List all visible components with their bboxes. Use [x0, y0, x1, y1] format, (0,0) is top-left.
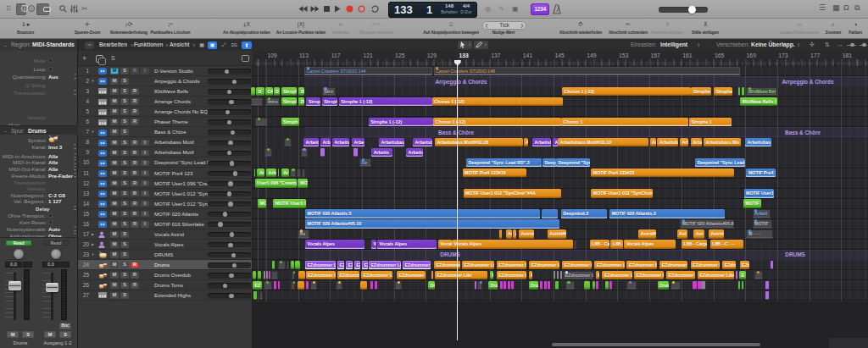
track-name[interactable]: Arrpeggio & Chords: [154, 76, 200, 86]
track-volume-knob[interactable]: [227, 90, 231, 94]
region[interactable]: [593, 281, 595, 290]
stack-region[interactable]: [304, 127, 740, 137]
disclosure-triangle-icon[interactable]: ▶: [90, 229, 96, 240]
left-strip-output-value[interactable]: [23, 262, 32, 268]
track-solo-button[interactable]: S: [120, 292, 129, 299]
region[interactable]: EZdru: [722, 261, 736, 269]
master-volume-knob[interactable]: [688, 6, 696, 14]
region[interactable]: [542, 209, 559, 218]
region[interactable]: M · · ·: [746, 229, 773, 238]
region[interactable]: Vo: [371, 240, 376, 248]
pencil-icon[interactable]: ✎: [498, 5, 504, 13]
region[interactable]: [251, 87, 255, 96]
track-record-button[interactable]: R: [131, 150, 139, 157]
region[interactable]: [295, 261, 300, 269]
region[interactable]: EZdrummer Libr: [305, 261, 336, 269]
track-row[interactable]: 13MSRIMOTIF User1 012 "SynChoir": [78, 189, 252, 199]
track-mute-button[interactable]: M: [110, 108, 119, 115]
track-solo-button[interactable]: S: [120, 140, 129, 146]
track-volume-knob[interactable]: [225, 69, 229, 74]
track-record-button[interactable]: R: [131, 221, 139, 228]
track-solo-button[interactable]: S: [120, 98, 129, 105]
stepper-icon[interactable]: ⏶⏷: [74, 89, 76, 97]
snap-menu[interactable]: Intelligent: [660, 39, 687, 51]
region[interactable]: Carpet Crawlers STUDIO.144: [304, 67, 432, 75]
track-volume-slider[interactable]: [208, 109, 251, 114]
playhead[interactable]: [457, 60, 458, 340]
track-mute-button[interactable]: M: [110, 272, 119, 279]
region[interactable]: Arbeits: [371, 148, 392, 157]
region-sliver[interactable]: [555, 281, 559, 290]
track-name[interactable]: Extended Highs: [154, 290, 191, 301]
grid-view-button[interactable]: ▦: [198, 41, 206, 49]
region[interactable]: Deepmind "Sync L: [556, 158, 590, 167]
track-record-button[interactable]: R: [131, 191, 139, 197]
track-mute-button[interactable]: M: [110, 241, 119, 248]
region[interactable]: Stroph: [306, 97, 320, 106]
region[interactable]: EZdrummer Libr: [594, 261, 624, 269]
inspector-value[interactable]: Aus: [48, 73, 58, 80]
track-row[interactable]: 9MSRIArbeitsbass Motif: [78, 147, 252, 157]
region[interactable]: Ast: [693, 229, 704, 238]
track-mute-button[interactable]: M: [110, 231, 119, 238]
region-sliver[interactable]: [771, 261, 773, 269]
region-sliver[interactable]: [540, 281, 542, 290]
region[interactable]: Deepmind "Sync Lead RD": [695, 158, 745, 167]
region-sliver[interactable]: [254, 168, 256, 177]
region[interactable]: Dr: [428, 281, 435, 290]
track-row[interactable]: 23▼MSDRUMS: [78, 250, 252, 260]
tracks-tool-icon[interactable]: ✑: [85, 41, 94, 49]
track-volume-knob[interactable]: [227, 191, 231, 196]
region[interactable]: EZdrummer Libr: [562, 261, 592, 269]
tuner-icon[interactable]: ◎: [485, 5, 491, 13]
stepper-icon[interactable]: ⏶⏷: [74, 73, 76, 80]
region[interactable]: Strophe 1 (-12): [339, 97, 432, 106]
track-mute-button[interactable]: M: [110, 211, 119, 218]
track-record-button[interactable]: R: [131, 98, 139, 105]
track-row[interactable]: 5MSRArrange Chords No EQ: [78, 107, 252, 117]
region[interactable]: Deep: [542, 158, 556, 167]
track-volume-knob[interactable]: [230, 161, 234, 165]
region-sliver[interactable]: [511, 281, 514, 290]
track-solo-button[interactable]: S: [120, 231, 129, 238]
track-name[interactable]: MOTIF 020 Atlantis: [154, 209, 198, 219]
region[interactable]: Drum: [658, 281, 670, 290]
region[interactable]: EZdrummer Libr: [497, 261, 526, 269]
right-strip-output-value[interactable]: [60, 262, 70, 268]
region[interactable]: [291, 261, 294, 269]
track-mute-button[interactable]: M: [110, 262, 119, 268]
region[interactable]: EZdrummer Lib: [397, 271, 426, 279]
flex-button[interactable]: DG: [230, 41, 239, 49]
track-solo-button[interactable]: S: [120, 150, 129, 157]
region[interactable]: EZdrummer Libr: [691, 261, 720, 269]
region[interactable]: Vocals Alpes: [377, 240, 437, 248]
track-volume-slider[interactable]: [208, 99, 251, 104]
region[interactable]: Vocals Alpes: [305, 240, 364, 248]
track-row[interactable]: 12MSRIMOTIF User1 096 "Creamy": [78, 179, 252, 189]
right-strip-mute-button[interactable]: M: [44, 331, 56, 338]
region-sliver[interactable]: [596, 281, 598, 290]
track-record-button[interactable]: R: [131, 88, 139, 95]
region[interactable]: 2B: [298, 87, 304, 96]
count-in-button[interactable]: 1234: [531, 3, 549, 15]
track-header-chevron-icon[interactable]: ⌄: [3, 126, 8, 135]
track-mute-button[interactable]: M: [110, 150, 119, 157]
track-solo-button[interactable]: S: [120, 108, 129, 115]
region[interactable]: [297, 168, 301, 177]
cmd-click-tool-menu[interactable]: ∨: [474, 41, 488, 49]
track-solo-button[interactable]: S: [120, 68, 129, 75]
track-row[interactable]: 20▶MSVocals Alpes: [78, 240, 252, 250]
region[interactable]: Astrid#6: [548, 229, 566, 238]
region[interactable]: EZdrummer L: [563, 271, 593, 279]
track-volume-knob[interactable]: [223, 212, 227, 216]
region[interactable]: L8B - C · ··: [710, 240, 743, 248]
inspector-value[interactable]: Inst 3: [48, 143, 62, 151]
track-row[interactable]: 16MSRIMOTIF 016 Silverlake: [78, 219, 252, 229]
region-sliver[interactable]: [738, 281, 740, 290]
v-zoom-slider-knob[interactable]: [862, 43, 866, 47]
track-input-monitor-button[interactable]: I: [141, 211, 149, 218]
track-solo-button[interactable]: S: [120, 241, 129, 248]
region-sliver[interactable]: [742, 87, 745, 96]
region-sliver[interactable]: [475, 281, 476, 290]
region[interactable]: [298, 281, 304, 290]
